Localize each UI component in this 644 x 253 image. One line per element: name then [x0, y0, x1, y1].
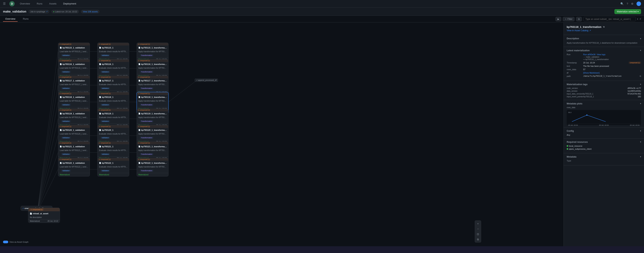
node-chk-6[interactable]: ⚠ Unsynced (1) 📄kp793121_1 Evaluate chec…	[97, 142, 129, 160]
node-reload-ui-asset[interactable]: ⚠ Unsynced (1) 📄 reload_ui_asset No desc…	[28, 208, 60, 223]
zoom-map-button[interactable]: ⧉	[476, 237, 480, 242]
config-value: Any	[567, 134, 641, 136]
search-input[interactable]	[583, 17, 636, 21]
rows-data-value: 57	[583, 68, 641, 70]
path-copy-icon[interactable]: ⧉	[640, 75, 641, 77]
tab-runs[interactable]: Runs	[20, 16, 31, 22]
tab-overview[interactable]: Overview	[3, 16, 18, 22]
latest-mat-label: Latest materialization	[567, 49, 590, 52]
tag-data-val: 1ee4855e650a	[628, 90, 641, 92]
trans6-title: kp793121_1_transformation	[141, 146, 167, 148]
path-value: /data/fs/kp793118_1_transformation	[583, 75, 639, 77]
help-icon[interactable]: ?	[626, 2, 628, 5]
metadata-section-chevron: ▾	[640, 156, 641, 158]
trans0-desc: Apply transformation for KP793115_1 data…	[137, 50, 168, 54]
trans1-desc: Apply transformation for KP793116_1 data…	[137, 66, 168, 70]
run-value-link[interactable]: Run a093e36	[583, 53, 596, 56]
asset-subset-button[interactable]: ⧉	[576, 17, 582, 21]
val1-type: Validation	[61, 71, 71, 73]
node-chk-3[interactable]: ⚠ Unsynced (1) 📄kp793118_1 Evaluate chec…	[97, 92, 129, 110]
chk0-unsync: ⚠ Unsynced (1)	[99, 43, 111, 45]
metadata-plots-title[interactable]: Metadata plots ▾	[567, 102, 641, 105]
required-resources-title[interactable]: Required resources ▾	[567, 141, 641, 143]
toggle-switch[interactable]	[3, 241, 8, 243]
view-logs-link[interactable]: View logs	[597, 53, 606, 56]
info-icon[interactable]: ℹ	[637, 18, 638, 20]
trans4-unsync: ⚠ Unsynced (1)	[138, 109, 150, 111]
val1-title: kp793116_1_validation	[62, 63, 85, 65]
chk3-desc: Evaluate check results for KP793118_1 an…	[98, 99, 129, 103]
search-icon[interactable]: 🔍	[620, 2, 624, 5]
nav-assets[interactable]: Assets	[48, 2, 58, 6]
reload-status: Materialized	[30, 220, 40, 222]
append-text: append_processed_df	[198, 79, 216, 81]
nav-deployment[interactable]: Deployment	[62, 2, 78, 6]
asset-graph-toggle[interactable]: View as Asset Graph	[3, 241, 28, 243]
trans5-unsync: ⚠ Unsynced (1)	[138, 126, 150, 128]
zoom-fit-button[interactable]: ⊡	[476, 232, 480, 236]
val2-desc: Load table for KP793117_1 and apply the …	[58, 83, 90, 86]
val1-unsync: ⚠ Unsynced (1)	[59, 60, 71, 62]
trans5-type: Transformation	[140, 136, 153, 139]
filter-button[interactable]: ⚬ Filter	[563, 17, 574, 21]
avatar[interactable]	[636, 2, 641, 6]
mat-tags-title[interactable]: Materialization tags ▾	[567, 83, 641, 86]
latest-mat-title[interactable]: Latest materialization ▾	[567, 49, 641, 52]
node-chk-4[interactable]: ⚠ Unsynced (1) 📄kp793119_1 Evaluate chec…	[97, 108, 129, 127]
assets-text: View 106 assets	[83, 10, 98, 13]
node-trans-2[interactable]: ⚠ Unsynced (1) 📄kp793117_1_transformatio…	[137, 76, 168, 94]
run-job-name: make_validation	[586, 56, 599, 58]
zoom-in-button[interactable]: +	[476, 222, 480, 226]
trans3-desc: Apply transformation for KP793118_1 data…	[137, 99, 168, 103]
config-section-title[interactable]: Config ▾	[567, 130, 641, 132]
node-trans-4[interactable]: ⚠ Unsynced (1) 📄kp793119_1_transformatio…	[137, 108, 168, 127]
node-chk-7[interactable]: ⚠ Unsynced (1) 📄kp793122_1 Evaluate chec…	[97, 158, 129, 176]
append-processed-label[interactable]: ↗ append_processed_df	[195, 78, 218, 82]
view-catalog-link[interactable]: View in Asset Catalog ↗	[567, 29, 641, 32]
run-job-icon: →	[583, 56, 585, 58]
trans3-unsync: ⚠ Unsynced (1)	[138, 93, 150, 94]
tag-code-val: d093e36-ec7f	[628, 87, 641, 89]
val4-desc: Load table for KP793119_1 and apply the …	[58, 116, 90, 120]
val2-type: Validation	[61, 87, 71, 90]
node-chk-5[interactable]: ⚠ Unsynced (1) 📄kp793120_1 Evaluate chec…	[97, 125, 129, 144]
materialize-button[interactable]: Materialize selected ▾	[614, 9, 641, 14]
svg-line-3	[38, 102, 58, 212]
description-section-title[interactable]: Description ▾	[567, 37, 641, 40]
run-row: Run Run a093e36 View logs → make_validat…	[567, 53, 641, 60]
node-chk-2[interactable]: ⚠ Unsynced (1) 📄kp793117_1 Evaluate chec…	[97, 76, 129, 94]
nav-logo: D	[9, 1, 14, 6]
zoom-out-button[interactable]: −	[476, 226, 480, 231]
nav-runs[interactable]: Runs	[35, 2, 44, 6]
latest-run-badge[interactable]: ● Latest run: 20 Jul, 10:22	[52, 10, 79, 13]
node-trans-0[interactable]: ⚠ Unsynced (1) 📄kp793115_1_transformatio…	[137, 43, 168, 61]
df-value-link[interactable]: [Show Markdown]	[583, 72, 600, 74]
node-trans-6[interactable]: ⚠ Unsynced (1) 📄kp793121_1_transformatio…	[137, 142, 168, 160]
tag-input-event-val: 183	[638, 96, 641, 98]
chk3-unsync: ⚠ Unsynced (1)	[99, 93, 111, 94]
node-chk-1[interactable]: ⚠ Unsynced (1) 📄kp793116_1 Evaluate chec…	[97, 59, 129, 78]
chk2-type: Validation	[100, 87, 110, 90]
hamburger-icon[interactable]: ☰	[3, 2, 6, 6]
node-trans-5[interactable]: ⚠ Unsynced (1) 📄kp793120_1_transformatio…	[137, 125, 168, 144]
top-nav: ☰ D Overview Runs Assets Deployment 🔍 ? …	[0, 0, 644, 8]
node-val-7[interactable]: ⚠ Unsynced (1) 📄kp793122_1_validation Lo…	[58, 158, 90, 176]
node-trans-1[interactable]: ⚠ Unsynced (1) 📄kp793116_1_transformatio…	[137, 59, 168, 78]
refresh-icon[interactable]: ↺	[640, 18, 641, 20]
copy-icon[interactable]: ⧉	[603, 26, 604, 28]
node-trans-7[interactable]: ⚠ Unsynced (1) 📄kp793122_1_transformatio…	[137, 158, 168, 176]
trans7-desc: Apply transformation for KP793122_1 data…	[137, 165, 168, 169]
node-chk-0[interactable]: ⚠ Unsynced (1) 📄kp793115_1 Evaluate chec…	[97, 43, 129, 61]
val7-title: kp793122_1_validation	[62, 162, 85, 164]
settings-icon[interactable]: ⚙	[631, 2, 634, 5]
metadata-section-label: Metadata	[567, 156, 576, 158]
val6-title: kp793121_1_validation	[62, 146, 85, 148]
job-badge[interactable]: Job in synphage ↗	[29, 10, 49, 13]
nav-overview[interactable]: Overview	[18, 2, 32, 6]
metadata-section-title[interactable]: Metadata ▾	[567, 156, 641, 158]
chk5-title: kp793120_1	[102, 129, 114, 131]
play-button[interactable]: ▶	[556, 17, 561, 21]
assets-badge[interactable]: View 106 assets	[81, 10, 100, 13]
job-badge-link[interactable]: ↗	[46, 10, 48, 12]
canvas-area[interactable]: ↗ create_genbank_df ⚠ Unsynced (1) 📄 rel…	[0, 22, 564, 246]
